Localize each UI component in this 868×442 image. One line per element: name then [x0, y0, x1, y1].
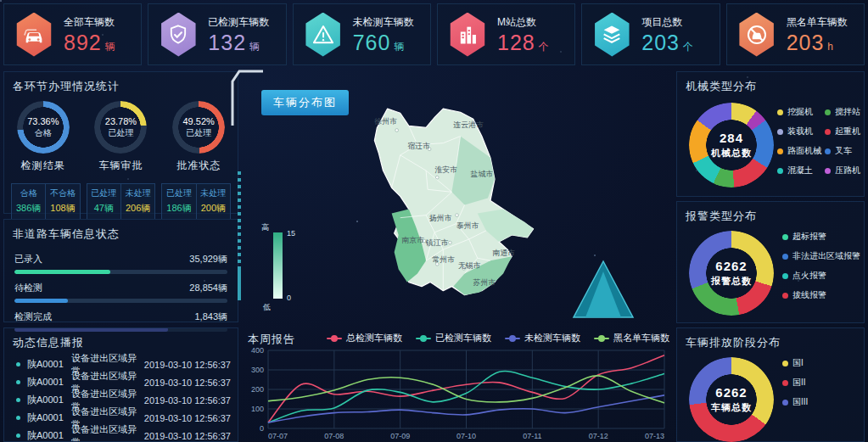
line-legend-item[interactable]: 总检测车辆数 [327, 332, 402, 344]
line-legend-item[interactable]: 已检测车辆数 [416, 332, 491, 344]
stat-card-text: 项目总数203个 [641, 15, 694, 53]
stat-pair-label: 合格 [12, 187, 45, 199]
machine-type-panel: 机械类型分布 284机械总数挖掘机搅拌站装载机起重机路面机械叉车混凝土压路机 [676, 71, 865, 197]
map-city-label: 常州市 [432, 254, 455, 265]
donut-legend-item[interactable]: 装载机 [777, 126, 821, 137]
svg-text:100: 100 [251, 405, 264, 413]
stat-card-text: M站总数128个 [497, 15, 550, 53]
stat-pair-value: 200辆 [197, 202, 230, 215]
donut-chart[interactable]: 6262车辆总数 [689, 357, 774, 442]
legend-low-label: 低 [263, 302, 271, 313]
weekly-report-panel: 本周报告 总检测车辆数已检测车辆数未检测车辆数黑名单车辆数 0100200300… [243, 327, 673, 442]
donut-legend-item[interactable]: 非法进出区域报警 [782, 250, 860, 262]
legend-dot-icon [777, 109, 783, 115]
stat-pair-cell: 不合格108辆 [45, 184, 79, 219]
donut-legend: 超标报警非法进出区域报警点火报警拔线报警 [782, 231, 860, 301]
bullet-dot-icon [16, 362, 20, 366]
gauge-percent: 23.78% [105, 116, 137, 126]
donut-legend-item[interactable]: 起重机 [825, 126, 864, 137]
legend-dot-icon [825, 129, 831, 135]
stat-card-title: M站总数 [497, 15, 550, 30]
donut-legend-item[interactable]: 拔线报警 [782, 289, 860, 301]
weekly-line-chart: 010020030040007-0707-0807-0907-1007-1107… [243, 345, 673, 442]
stat-card-title: 全部车辆数 [64, 15, 116, 30]
legend-label: 未检测车辆数 [524, 332, 580, 344]
legend-label: 国II [792, 377, 806, 389]
donut-legend-item[interactable]: 路面机械 [777, 145, 821, 157]
event-time: 2019-03-10 12:56:37 [144, 378, 231, 388]
gauge-status: 合格 [35, 127, 52, 139]
legend-label: 国III [792, 396, 808, 408]
legend-dot-icon [782, 254, 788, 260]
donut-legend-item[interactable]: 点火报警 [782, 270, 860, 282]
stat-card-unit: 辆 [249, 41, 260, 53]
stat-card: 黑名单车辆数203h [726, 3, 865, 65]
map-city-label: 徐州市 [374, 115, 397, 126]
progress-value: 28,854辆 [189, 282, 227, 294]
dashed-strip-decoration [238, 171, 241, 263]
donut-legend-item[interactable]: 超标报警 [782, 231, 860, 243]
bullet-dot-icon [16, 416, 20, 420]
donut-legend-item[interactable]: 国II [782, 377, 808, 389]
map-city-label: 淮安市 [434, 165, 457, 176]
donut-legend-item[interactable]: 叉车 [825, 145, 864, 157]
progress-head: 检测完成1,843辆 [14, 311, 227, 323]
svg-text:400: 400 [251, 346, 264, 355]
legend-dot-icon [782, 293, 788, 299]
bullet-dot-icon [16, 434, 20, 438]
progress-track [14, 270, 227, 274]
panel-title: 非道路车辆信息状态 [4, 220, 238, 242]
legend-label: 已检测车辆数 [435, 332, 491, 344]
progress-row: 已录入35,929辆 [14, 253, 227, 274]
legend-label: 装载机 [787, 126, 813, 137]
gauge-label: 车辆审批 [98, 159, 143, 173]
donut-center-value: 284 [720, 131, 743, 145]
stat-pair-value: 47辆 [87, 202, 120, 215]
donut-center-label: 机械总数 [711, 147, 752, 159]
progress-fill [14, 270, 110, 274]
map-city-label: 泰州市 [456, 221, 479, 232]
stat-card: M站总数128个 [437, 3, 575, 65]
donut-legend-item[interactable]: 压路机 [825, 165, 864, 176]
stat-pair-value: 386辆 [12, 202, 45, 215]
donut-legend-item[interactable]: 挖掘机 [777, 106, 821, 118]
donut-legend-item[interactable]: 混凝土 [777, 165, 821, 176]
stat-card-title: 黑名单车辆数 [787, 15, 848, 30]
donut-legend-item[interactable]: 国I [782, 357, 808, 369]
stat-pair-cell: 合格386辆 [12, 184, 45, 219]
map-city-label: 镇江市 [426, 237, 449, 248]
emission-stage-panel: 车辆排放阶段分布 6262车辆总数国I国II国III [676, 327, 865, 442]
progress-bar-list: 已录入35,929辆待检测28,854辆检测完成1,843辆 [4, 242, 238, 332]
donut-legend-item[interactable]: 国III [782, 396, 808, 408]
gauge: 23.78%已处理车辆审批 [87, 101, 154, 173]
svg-text:07-07: 07-07 [268, 432, 288, 440]
donut-legend-item[interactable]: 搅拌站 [825, 106, 864, 118]
donut-center: 6262车辆总数 [689, 357, 774, 442]
stat-pair-label: 不合格 [46, 187, 79, 199]
stat-pair-cell: 已处理47辆 [87, 184, 120, 219]
stat-pair-cell: 已处理186辆 [162, 184, 195, 219]
gauge-row: 73.36%合格检测结果23.78%已处理车辆审批49.52%已处理批准状态 [4, 101, 238, 173]
line-legend-item[interactable]: 未检测车辆数 [505, 332, 580, 344]
layers-icon [592, 13, 631, 57]
line-legend-item[interactable]: 黑名单车辆数 [594, 332, 669, 344]
donut-chart[interactable]: 284机械总数 [689, 103, 774, 187]
legend-label: 拔线报警 [792, 289, 826, 301]
map-city-label: 连云港市 [453, 120, 484, 131]
stat-card-unit: 辆 [105, 41, 116, 53]
legend-dot-icon [777, 148, 783, 154]
map-title-button[interactable]: 车辆分布图 [261, 90, 349, 115]
legend-label: 叉车 [835, 145, 852, 157]
stat-pair-label: 未处理 [121, 187, 154, 199]
legend-dot-icon [782, 380, 788, 386]
progress-label: 已录入 [14, 253, 42, 266]
svg-text:07-10: 07-10 [456, 432, 476, 440]
stat-pair-cell: 未处理200辆 [196, 184, 230, 219]
stat-card: 项目总数203个 [581, 3, 720, 65]
shield-check-icon [159, 13, 198, 57]
process-statistics-panel: 各环节办理情况统计 73.36%合格检测结果23.78%已处理车辆审批49.52… [3, 71, 238, 214]
stat-card-title: 项目总数 [641, 15, 694, 30]
gauge-label: 批准状态 [176, 159, 221, 173]
donut-chart[interactable]: 6262报警总数 [689, 231, 774, 316]
legend-min-value: 0 [287, 294, 291, 302]
